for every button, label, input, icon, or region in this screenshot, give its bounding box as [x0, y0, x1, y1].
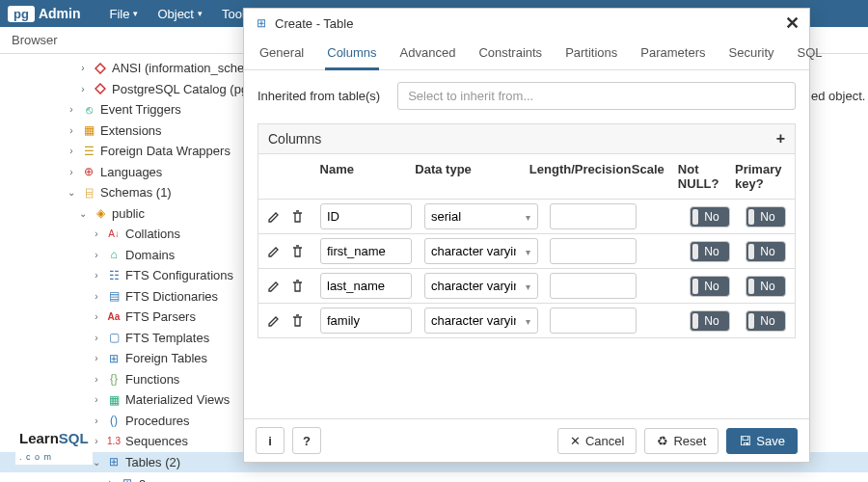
menu-file[interactable]: File▾	[99, 7, 148, 21]
pk-toggle[interactable]: No	[746, 206, 786, 228]
chevron-down-icon: ▾	[198, 9, 203, 18]
column-length-input[interactable]	[550, 273, 637, 299]
pk-toggle[interactable]: No	[746, 310, 786, 332]
dialog-body: Inherited from table(s) Select to inheri…	[244, 70, 809, 418]
column-name-input[interactable]	[320, 273, 412, 299]
tab-general[interactable]: General	[258, 38, 306, 69]
schema-icon: ⌸	[81, 184, 96, 201]
background-text-fragment: ed object.	[811, 89, 865, 103]
fdw-icon: ☰	[81, 143, 96, 160]
reset-icon: ♻	[657, 434, 668, 448]
fts-template-icon: ▢	[106, 329, 122, 346]
cancel-button[interactable]: ✕Cancel	[557, 428, 637, 454]
fts-config-icon: ☷	[106, 267, 122, 284]
function-icon: {}	[106, 370, 122, 388]
dialog-footer: i ? ✕Cancel ♻Reset 🖫Save	[244, 418, 809, 462]
trash-icon[interactable]	[289, 313, 305, 329]
fts-parser-icon: Aa	[106, 309, 122, 324]
trash-icon[interactable]	[289, 209, 305, 225]
sequence-icon: 1.3	[106, 434, 122, 448]
column-length-input[interactable]	[550, 238, 637, 264]
column-type-select[interactable]	[424, 238, 538, 264]
dialog-tabs: General Columns Advanced Constraints Par…	[244, 38, 809, 70]
foreign-table-icon: ⊞	[106, 350, 122, 367]
catalog-icon	[93, 83, 108, 94]
col-header-pk: Primary key?	[727, 154, 795, 199]
chevron-down-icon: ▾	[133, 9, 138, 18]
save-button[interactable]: 🖫Save	[726, 428, 798, 454]
col-header-length: Length/Precision	[522, 154, 624, 199]
close-button[interactable]: ✕	[785, 14, 800, 32]
logo-admin: Admin	[39, 6, 81, 21]
columns-heading: Columns	[268, 131, 321, 147]
info-button[interactable]: i	[256, 427, 285, 454]
create-table-dialog: ⊞ Create - Table ✕ General Columns Advan…	[243, 8, 810, 463]
column-length-input[interactable]	[550, 203, 637, 229]
reset-button[interactable]: ♻Reset	[644, 428, 719, 454]
fts-dict-icon: ▤	[106, 287, 122, 305]
column-name-input[interactable]	[320, 203, 412, 229]
inherited-from-label: Inherited from table(s)	[258, 89, 380, 103]
languages-icon: ⊕	[81, 163, 96, 180]
tab-sql[interactable]: SQL	[796, 38, 825, 69]
dialog-title: Create - Table	[275, 16, 353, 31]
trash-icon[interactable]	[289, 244, 305, 259]
column-length-input[interactable]	[550, 308, 637, 334]
tab-partitions[interactable]: Partitions	[563, 38, 619, 69]
column-row: No No	[258, 304, 796, 338]
trash-icon[interactable]	[289, 279, 305, 294]
dialog-titlebar: ⊞ Create - Table ✕	[244, 9, 809, 38]
collation-icon: A↓	[106, 227, 122, 241]
notnull-toggle[interactable]: No	[690, 276, 730, 297]
watermark-learnsql: LearnSQL . c o m	[15, 428, 93, 465]
menu-object[interactable]: Object▾	[148, 7, 212, 21]
column-row: No No	[258, 269, 796, 304]
add-column-button[interactable]: +	[776, 130, 785, 147]
col-header-scale: Scale	[624, 154, 670, 199]
column-type-select[interactable]	[424, 203, 538, 229]
tab-columns[interactable]: Columns	[325, 38, 378, 70]
col-header-name: Name	[312, 154, 408, 199]
schema-icon: ◈	[93, 204, 108, 222]
pk-toggle[interactable]: No	[746, 241, 786, 262]
save-icon: 🖫	[739, 434, 751, 448]
tree-item-table-a[interactable]: ›⊞a	[0, 472, 868, 482]
column-name-input[interactable]	[320, 308, 412, 334]
catalog-icon	[93, 63, 108, 74]
edit-icon[interactable]	[266, 313, 282, 329]
inherited-from-select[interactable]: Select to inherit from...	[397, 82, 796, 110]
table-icon: ⊞	[254, 16, 269, 30]
domain-icon: ⌂	[106, 246, 122, 263]
column-type-select[interactable]	[424, 273, 538, 299]
tab-constraints[interactable]: Constraints	[476, 38, 544, 69]
tab-parameters[interactable]: Parameters	[638, 38, 707, 69]
logo-pg: pg	[8, 6, 35, 22]
columns-head-row: Name Data type Length/Precision Scale No…	[258, 153, 796, 200]
edit-icon[interactable]	[266, 244, 282, 259]
column-name-input[interactable]	[320, 238, 412, 264]
matview-icon: ▦	[106, 391, 122, 409]
notnull-toggle[interactable]: No	[690, 206, 730, 228]
table-icon: ⊞	[120, 474, 135, 482]
event-trigger-icon: ⎋	[81, 101, 96, 119]
table-icon: ⊞	[106, 453, 122, 470]
close-icon: ✕	[570, 434, 581, 448]
tab-security[interactable]: Security	[727, 38, 776, 69]
edit-icon[interactable]	[266, 279, 282, 294]
column-row: No No	[258, 200, 796, 234]
notnull-toggle[interactable]: No	[690, 310, 730, 332]
edit-icon[interactable]	[266, 209, 282, 225]
help-button[interactable]: ?	[292, 427, 321, 454]
columns-section-header: Columns +	[258, 123, 796, 153]
extension-icon: ▦	[81, 121, 96, 139]
column-row: No No	[258, 234, 796, 269]
notnull-toggle[interactable]: No	[690, 241, 730, 262]
col-header-type: Data type	[407, 154, 522, 199]
procedure-icon: ()	[106, 412, 122, 429]
column-type-select[interactable]	[424, 308, 538, 334]
pk-toggle[interactable]: No	[746, 276, 786, 297]
tab-advanced[interactable]: Advanced	[398, 38, 458, 69]
col-header-notnull: Not NULL?	[670, 154, 727, 199]
